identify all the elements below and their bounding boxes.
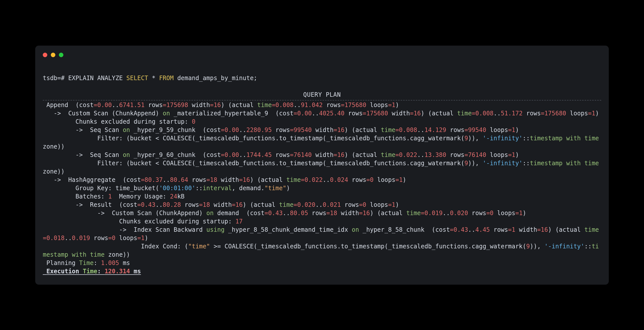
plan-line-planning: Planning Time: 1.005 ms (43, 259, 130, 267)
plan-line-seqscan-60: -> Seq Scan on _hyper_9_60_chunk (cost=0… (43, 151, 519, 158)
query-plan-header: QUERY PLAN (43, 91, 601, 99)
plan-line-filter-60: Filter: (bucket < COALESCE(_timescaledb_… (43, 160, 602, 175)
plan-line-append: Append (cost=0.00..6741.51 rows=175698 w… (43, 102, 399, 109)
close-icon[interactable] (43, 53, 47, 57)
kw-select: SELECT (126, 75, 148, 82)
maximize-icon[interactable] (59, 53, 63, 57)
cmd-explain: EXPLAIN ANALYZE (68, 75, 126, 82)
plan-line-chunkappend-demand: -> Custom Scan (ChunkAppend) on demand (… (43, 210, 526, 217)
plan-line-indexscan: -> Index Scan Backward using _hyper_8_58… (43, 226, 599, 242)
prompt-prefix: tsdb=# (43, 75, 68, 82)
plan-line-filter-59: Filter: (bucket < COALESCE(_timescaledb_… (43, 135, 602, 150)
terminal-window: tsdb=# EXPLAIN ANALYZE SELECT * FROM dem… (35, 46, 609, 285)
divider (43, 100, 601, 101)
kw-from: FROM (159, 75, 174, 82)
plan-line-result: -> Result (cost=0.43..80.28 rows=18 widt… (43, 201, 399, 208)
window-traffic-lights (43, 53, 601, 57)
plan-line-indexcond: Index Cond: ("time" >= COALESCE(_timesca… (43, 243, 599, 258)
plan-line-group-key: Group Key: time_bucket('00:01:00'::inter… (43, 185, 290, 192)
plan-line-hashagg: -> HashAggregate (cost=80.37..80.64 rows… (43, 176, 406, 183)
plan-line-batches: Batches: 1 Memory Usage: 24kB (43, 193, 185, 200)
terminal-output: tsdb=# EXPLAIN ANALYZE SELECT * FROM dem… (43, 66, 601, 276)
cmd-star: * (148, 75, 159, 82)
plan-line-execution: Execution Time: 120.314 ms (43, 268, 141, 275)
plan-line-chunkappend: -> Custom Scan (ChunkAppend) on _materia… (43, 110, 599, 117)
plan-line-chunks-excluded-17: Chunks excluded during startup: 17 (43, 218, 243, 225)
minimize-icon[interactable] (51, 53, 55, 57)
prompt-line: tsdb=# EXPLAIN ANALYZE SELECT * FROM dem… (43, 74, 601, 82)
plan-line-chunks-excluded-0: Chunks excluded during startup: 0 (43, 118, 195, 125)
cmd-table: demand_amps_by_minute; (174, 75, 257, 82)
plan-line-seqscan-59: -> Seq Scan on _hyper_9_59_chunk (cost=0… (43, 126, 519, 134)
